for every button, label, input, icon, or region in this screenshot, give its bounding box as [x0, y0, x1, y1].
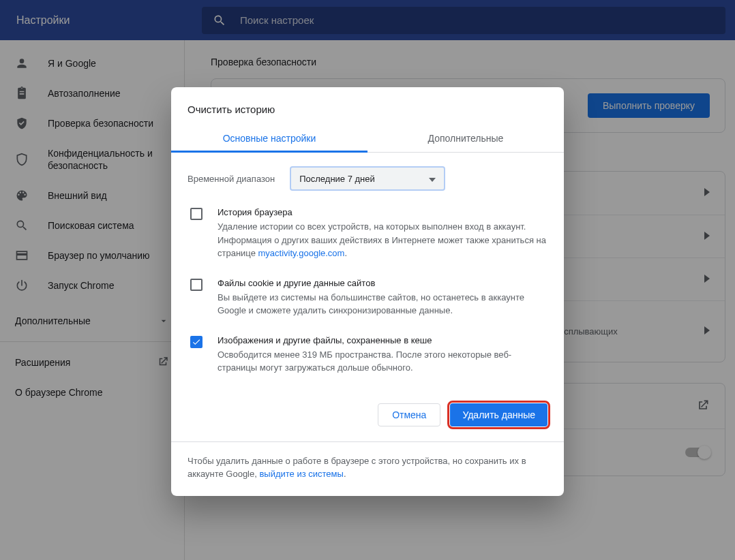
time-range-label: Временной диапазон [188, 174, 275, 184]
sign-out-link[interactable]: выйдите из системы [259, 469, 343, 479]
dialog-tabs: Основные настройки Дополнительные [171, 125, 564, 153]
option-description: Вы выйдете из системы на большинстве сай… [217, 291, 548, 317]
checkbox-cookies[interactable] [190, 279, 202, 291]
dropdown-icon [429, 174, 436, 184]
dialog-footer: Чтобы удалить данные о работе в браузере… [171, 441, 564, 496]
cancel-button[interactable]: Отмена [378, 403, 440, 426]
checkbox-cached-images[interactable] [190, 336, 202, 348]
option-title: История браузера [217, 207, 548, 217]
checkbox-browsing-history[interactable] [190, 208, 202, 220]
option-title: Изображения и другие файлы, сохраненные … [217, 335, 548, 345]
tab-basic[interactable]: Основные настройки [171, 125, 368, 152]
tab-advanced[interactable]: Дополнительные [368, 125, 564, 152]
option-title: Файлы cookie и другие данные сайтов [217, 278, 548, 288]
option-description: Освободится менее 319 МБ пространства. П… [217, 348, 548, 375]
clear-data-dialog: Очистить историю Основные настройки Допо… [171, 87, 564, 496]
dialog-title: Очистить историю [171, 87, 564, 125]
option-description: Удаление истории со всех устройств, на к… [217, 220, 548, 260]
modal-overlay[interactable]: Очистить историю Основные настройки Допо… [0, 0, 735, 560]
delete-data-button[interactable]: Удалить данные [450, 403, 548, 426]
time-range-select[interactable]: Последние 7 дней [290, 166, 445, 191]
myactivity-link[interactable]: myactivity.google.com [258, 248, 345, 258]
select-value: Последние 7 дней [299, 174, 375, 184]
